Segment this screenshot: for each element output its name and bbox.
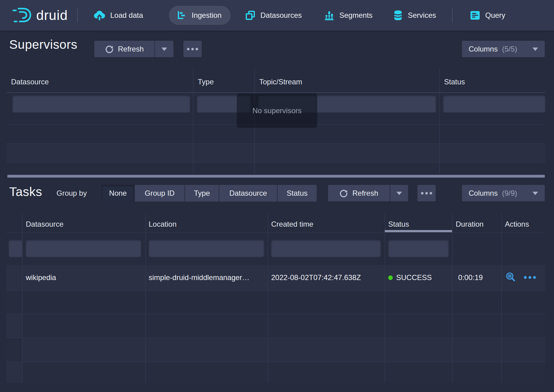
nav-datasources[interactable]: Datasources (245, 0, 302, 31)
refresh-icon (105, 45, 114, 53)
supervisors-columns-label: Columns (469, 45, 498, 53)
column-divider (384, 213, 385, 383)
cell-actions (505, 272, 536, 282)
row-divider (6, 143, 545, 144)
tasks-filter-first[interactable] (9, 240, 23, 257)
table-row (6, 290, 545, 314)
refresh-icon (339, 189, 348, 198)
column-divider (501, 213, 502, 383)
nav-query[interactable]: Query (470, 0, 505, 31)
group-by-group-id-button[interactable]: Group ID (134, 185, 185, 202)
column-divider (145, 213, 146, 383)
empty-message-text: No supervisors (252, 106, 302, 115)
tasks-header-location[interactable]: Location (149, 220, 177, 229)
cloud-upload-icon (94, 10, 105, 21)
nav-datasources-label: Datasources (260, 11, 302, 20)
tasks-header-created-time[interactable]: Created time (271, 220, 313, 229)
druid-logo[interactable]: druid (12, 0, 68, 31)
column-divider (452, 213, 453, 383)
table-row (6, 362, 545, 383)
row-divider (6, 362, 545, 362)
supervisors-header-status[interactable]: Status (444, 78, 465, 86)
tasks-filter-created-time[interactable] (271, 240, 381, 257)
nav-query-label: Query (485, 11, 505, 20)
nav-load-data-label: Load data (110, 11, 143, 20)
horizontal-scrollbar[interactable] (7, 175, 545, 178)
supervisors-filter-datasource[interactable] (12, 95, 190, 113)
row-divider (6, 290, 545, 291)
inspect-task-icon[interactable] (505, 272, 516, 282)
group-by-none-button[interactable]: None (102, 185, 134, 202)
nav-divider (77, 8, 78, 23)
group-by-type-button[interactable]: Type (185, 185, 219, 202)
tasks-filter-datasource[interactable] (26, 240, 141, 257)
narrow-column-cell (6, 314, 22, 337)
row-divider (6, 265, 545, 266)
chevron-down-icon (162, 48, 167, 51)
nav-services[interactable]: Services (393, 0, 436, 31)
top-nav: druid Load data Ingestion (0, 0, 554, 31)
supervisors-title: Supervisors (9, 37, 77, 52)
narrow-column-cell (6, 290, 22, 314)
tasks-refresh-button[interactable]: Refresh (328, 185, 390, 202)
more-icon (421, 192, 432, 194)
tasks-header-status[interactable]: Status (388, 220, 409, 229)
cell-status[interactable]: SUCCESS (396, 273, 432, 282)
group-by-datasource-button[interactable]: Datasource (219, 185, 277, 202)
task-more-actions-icon[interactable] (524, 276, 536, 279)
nav-ingestion-label: Ingestion (192, 11, 221, 20)
table-row (6, 337, 545, 362)
cell-created-time[interactable]: 2022-08-02T07:42:47.638Z (271, 273, 361, 282)
tasks-filter-status[interactable] (388, 240, 449, 257)
supervisors-columns-count: (5/5) (502, 45, 517, 53)
chevron-down-icon (396, 192, 402, 195)
tasks-columns-label: Columns (469, 189, 498, 198)
nav-load-data[interactable]: Load data (94, 0, 143, 31)
header-divider (6, 232, 545, 233)
tasks-columns-count: (9/9) (502, 189, 517, 198)
brand-name: druid (36, 8, 68, 23)
cell-duration[interactable]: 0:00:19 (458, 273, 483, 282)
sort-indicator-status (385, 230, 452, 232)
tasks-more-button[interactable] (417, 185, 436, 202)
tasks-header-duration[interactable]: Duration (456, 220, 484, 229)
status-success-dot (388, 275, 393, 280)
supervisors-table: Datasource Type Topic/Stream Status No s… (6, 69, 545, 178)
supervisors-refresh-dropdown[interactable] (154, 41, 174, 57)
no-supervisors-message: No supervisors (237, 94, 317, 128)
table-row (6, 143, 545, 162)
tasks-title: Tasks (9, 185, 42, 199)
column-divider (22, 213, 23, 383)
cell-location[interactable]: simple-druid-middlemanager… (149, 273, 249, 282)
nav-services-label: Services (408, 11, 436, 20)
supervisors-header-topic-stream[interactable]: Topic/Stream (259, 78, 302, 86)
tasks-header-datasource[interactable]: Datasource (26, 220, 64, 229)
supervisors-header-datasource[interactable]: Datasource (11, 78, 49, 86)
nav-segments[interactable]: Segments (324, 0, 373, 31)
table-row (6, 314, 545, 337)
tasks-filter-location[interactable] (149, 240, 264, 257)
supervisors-header-type[interactable]: Type (198, 78, 214, 86)
supervisors-filter-status[interactable] (443, 95, 545, 113)
tasks-columns-button[interactable]: Columns (9/9) (462, 185, 545, 202)
supervisors-more-button[interactable] (183, 41, 202, 57)
column-divider (193, 69, 193, 174)
tasks-refresh-dropdown[interactable] (390, 185, 408, 202)
narrow-column-cell (6, 362, 22, 383)
tasks-header-actions[interactable]: Actions (505, 220, 529, 229)
supervisors-columns-button[interactable]: Columns (5/5) (462, 41, 545, 57)
row-divider (6, 162, 545, 163)
cell-datasource[interactable]: wikipedia (26, 273, 56, 282)
more-icon (187, 48, 198, 50)
column-divider (439, 69, 440, 174)
supervisors-refresh-button[interactable]: Refresh (94, 41, 154, 57)
nav-ingestion[interactable]: Ingestion (169, 6, 231, 25)
group-by-button-group: None Group ID Type Datasource Status (102, 185, 317, 202)
database-icon (393, 10, 403, 21)
chevron-down-icon (533, 192, 538, 195)
group-by-status-button[interactable]: Status (277, 185, 317, 202)
narrow-column-cell (6, 337, 22, 362)
column-divider (267, 213, 268, 383)
table-row (6, 162, 545, 174)
console-icon (470, 10, 480, 20)
